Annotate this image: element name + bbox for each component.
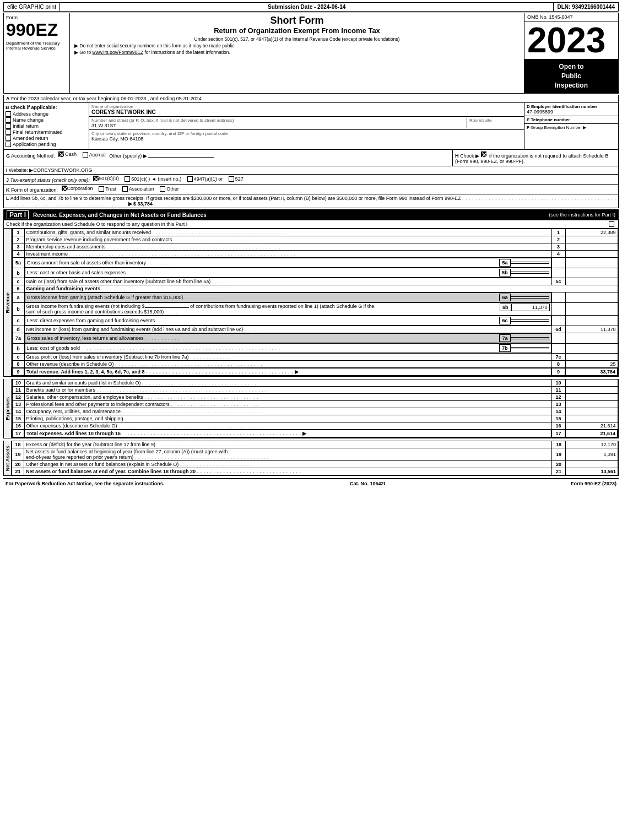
form-number: 990EZ bbox=[6, 21, 67, 39]
check-address-change[interactable]: Address change bbox=[6, 111, 87, 117]
row6a-numright bbox=[551, 292, 565, 303]
section-f-title: Group Exemption Number bbox=[531, 125, 582, 130]
checkbox-accrual[interactable] bbox=[83, 152, 88, 158]
check-corporation[interactable]: Corporation bbox=[62, 186, 93, 191]
checkbox-trust[interactable] bbox=[99, 186, 104, 192]
label-trust: Trust bbox=[105, 186, 116, 192]
label-other-org: Other bbox=[166, 186, 179, 192]
section-d-title: Employer identification number bbox=[531, 104, 597, 109]
check-501c3[interactable]: 501(c)(3) bbox=[93, 176, 119, 181]
employer-id-value: 47-0995899 bbox=[527, 109, 616, 115]
part1-subtitle: (see the instructions for Part I) bbox=[549, 212, 615, 218]
row1-value: 22,389 bbox=[565, 229, 618, 236]
expenses-label: Expenses bbox=[5, 397, 10, 420]
row-19: 19 Net assets or fund balances at beginn… bbox=[12, 448, 618, 461]
checkbox-application-pending[interactable] bbox=[6, 142, 11, 147]
row-6a: a Gross income from gaming (attach Sched… bbox=[12, 292, 618, 303]
check-527[interactable]: 527 bbox=[229, 176, 244, 182]
check-4947[interactable]: 4947(a)(1) or bbox=[187, 176, 223, 182]
row1-numright: 1 bbox=[551, 229, 565, 236]
check-accrual[interactable]: Accrual bbox=[83, 152, 106, 158]
checkbox-4947[interactable] bbox=[187, 176, 193, 182]
checkbox-corporation[interactable] bbox=[62, 186, 67, 191]
row8-num: 8 bbox=[12, 361, 24, 368]
row5b-num: b bbox=[12, 268, 24, 278]
checkbox-final-return[interactable] bbox=[6, 129, 11, 135]
check-amended-return[interactable]: Amended return bbox=[6, 136, 87, 141]
checkbox-association[interactable] bbox=[122, 186, 128, 192]
row5b-value bbox=[565, 268, 618, 278]
check-final-return[interactable]: Final return/terminated bbox=[6, 129, 87, 135]
row6a-value bbox=[565, 292, 618, 303]
check-other-org[interactable]: Other bbox=[160, 186, 179, 192]
row-6b: b Gross income from fundraising events (… bbox=[12, 303, 618, 316]
row7c-numright: 7c bbox=[551, 354, 565, 361]
checkbox-amended-return[interactable] bbox=[6, 136, 11, 141]
footer-right: Form 990-EZ (2023) bbox=[571, 481, 616, 486]
section-l-text: Add lines 5b, 6c, and 7b to line 9 to de… bbox=[10, 196, 461, 201]
footer-mid: Cat. No. 10642I bbox=[350, 481, 385, 486]
section-b-title: Check if applicable: bbox=[10, 105, 57, 110]
checkbox-address-change[interactable] bbox=[6, 111, 11, 117]
row1-label: Contributions, gifts, grants, and simila… bbox=[24, 229, 551, 236]
row-13: 13 Professional fees and other payments … bbox=[12, 401, 618, 408]
checkbox-h[interactable] bbox=[481, 151, 486, 157]
net-assets-table: 18 Excess or (deficit) for the year (Sub… bbox=[12, 441, 618, 475]
section-j: J Tax-exempt status (check only one): 50… bbox=[3, 175, 619, 185]
row6d-label: Net income or (loss) from gaming and fun… bbox=[24, 326, 551, 333]
row7c-num: c bbox=[12, 354, 24, 361]
checkbox-name-change[interactable] bbox=[6, 117, 11, 123]
check-association[interactable]: Association bbox=[122, 186, 154, 192]
row-20: 20 Other changes in net assets or fund b… bbox=[12, 461, 618, 468]
row5b-label: Less: cost or other basis and sales expe… bbox=[25, 268, 551, 278]
row-5b: b Less: cost or other basis and sales ex… bbox=[12, 268, 618, 278]
check-name-change[interactable]: Name change bbox=[6, 117, 87, 123]
city-label: City or town, state or province, country… bbox=[91, 131, 522, 136]
form-note3: ▶ Go to www.irs.gov/Form990EZ for instru… bbox=[74, 50, 520, 55]
row-5a: 5a Gross amount from sale of assets othe… bbox=[12, 258, 618, 268]
part1-title: Revenue, Expenses, and Changes in Net As… bbox=[33, 212, 549, 218]
check-trust[interactable]: Trust bbox=[99, 186, 116, 192]
irs-link[interactable]: www.irs.gov/Form990EZ bbox=[93, 50, 144, 55]
dln: DLN: 93492166001444 bbox=[554, 3, 618, 11]
checkbox-501c3[interactable] bbox=[93, 176, 99, 181]
revenue-table-wrapper: 1 Contributions, gifts, grants, and simi… bbox=[12, 229, 618, 376]
section-e-label: E bbox=[527, 117, 529, 122]
check-cash[interactable]: Cash bbox=[58, 151, 77, 157]
row5a-sub-num: 5a bbox=[499, 259, 510, 267]
other-specify-value bbox=[148, 157, 214, 158]
check-501c[interactable]: 501(c)( ) ◄ (insert no.) bbox=[125, 176, 181, 182]
row6c-label: Less: direct expenses from gaming and fu… bbox=[25, 316, 551, 326]
row6d-numright: 6d bbox=[551, 326, 565, 333]
checkbox-other-org[interactable] bbox=[160, 186, 165, 192]
row5a-value bbox=[565, 258, 618, 268]
row6a-sub-value bbox=[511, 296, 549, 299]
row2-numright: 2 bbox=[551, 236, 565, 243]
row-3: 3 Membership dues and assessments . . . … bbox=[12, 243, 618, 251]
checkbox-501c[interactable] bbox=[125, 176, 130, 182]
checkbox-527[interactable] bbox=[229, 176, 234, 182]
open-to-public: Open toPublicInspection bbox=[524, 59, 618, 93]
label-corporation: Corporation bbox=[67, 186, 93, 191]
check-application-pending[interactable]: Application pending bbox=[6, 142, 87, 147]
row5b-sub-value bbox=[511, 272, 549, 274]
label-initial-return: Initial return bbox=[13, 123, 39, 129]
part1-schedule-check: Check if the organization used Schedule … bbox=[3, 220, 619, 229]
checkbox-initial-return[interactable] bbox=[6, 123, 11, 129]
section-k-label: K bbox=[6, 187, 10, 193]
row-11: 11 Benefits paid to or for members . . .… bbox=[12, 387, 618, 394]
label-final-return: Final return/terminated bbox=[13, 129, 63, 135]
row-6c: c Less: direct expenses from gaming and … bbox=[12, 316, 618, 326]
section-h: H Check ▶ if the organization is not req… bbox=[453, 150, 618, 166]
footer: For Paperwork Reduction Act Notice, see … bbox=[3, 478, 619, 488]
row5c-label: Gain or (loss) from sale of assets other… bbox=[24, 278, 551, 285]
bcdef-section: B Check if applicable: Address change Na… bbox=[3, 103, 619, 150]
expenses-table-wrapper: 10 Grants and similar amounts paid (list… bbox=[12, 379, 618, 438]
row-15: 15 Printing, publications, postage, and … bbox=[12, 415, 618, 422]
check-initial-return[interactable]: Initial return bbox=[6, 123, 87, 129]
row-14: 14 Occupancy, rent, utilities, and maint… bbox=[12, 408, 618, 415]
form-subtitle: Return of Organization Exempt From Incom… bbox=[74, 26, 520, 35]
main-header: Form 990EZ Department of the Treasury In… bbox=[3, 13, 619, 94]
checkbox-schedule-o[interactable] bbox=[609, 221, 614, 227]
section-b-label: B bbox=[6, 105, 9, 110]
